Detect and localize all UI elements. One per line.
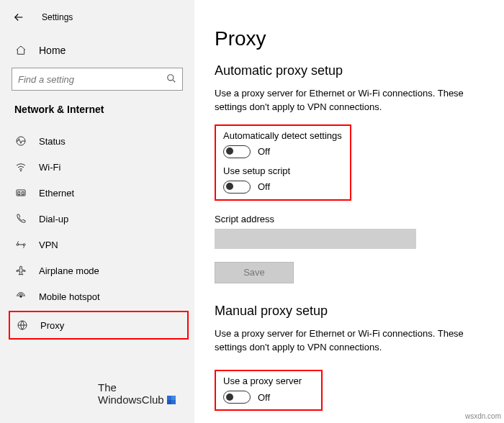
svg-point-0 bbox=[168, 74, 174, 80]
watermark-line1: The bbox=[98, 382, 176, 394]
sidebar-item-proxy[interactable]: Proxy bbox=[9, 311, 189, 340]
sidebar-item-airplane[interactable]: Airplane mode bbox=[0, 258, 194, 283]
search-input[interactable] bbox=[18, 74, 166, 85]
auto-section-title: Automatic proxy setup bbox=[215, 63, 504, 78]
category-title: Network & Internet bbox=[0, 104, 194, 128]
save-button: Save bbox=[215, 262, 294, 283]
sidebar-item-label: VPN bbox=[39, 240, 58, 250]
script-toggle[interactable] bbox=[223, 181, 251, 194]
script-state: Off bbox=[258, 181, 270, 192]
search-box[interactable] bbox=[12, 68, 183, 91]
globe-icon bbox=[16, 319, 29, 331]
search-icon bbox=[166, 73, 176, 86]
page-title: Proxy bbox=[215, 27, 504, 50]
attribution: wsxdn.com bbox=[465, 412, 501, 420]
sidebar-item-dialup[interactable]: Dial-up bbox=[0, 206, 194, 232]
svg-point-2 bbox=[20, 170, 21, 171]
sidebar-item-label: Wi-Fi bbox=[39, 162, 60, 173]
search-container bbox=[12, 68, 183, 91]
script-block: Use setup script Off bbox=[223, 165, 343, 194]
airplane-icon bbox=[14, 265, 27, 276]
dialup-icon bbox=[14, 213, 27, 224]
home-label: Home bbox=[39, 45, 66, 56]
script-label: Use setup script bbox=[223, 165, 343, 176]
auto-help-text: Use a proxy server for Ethernet or Wi-Fi… bbox=[215, 87, 488, 114]
sidebar-item-status[interactable]: Status bbox=[0, 128, 194, 154]
watermark: The WindowsClub bbox=[98, 382, 176, 406]
manual-toggle-group: Use a proxy server Off bbox=[215, 370, 323, 411]
vpn-icon bbox=[14, 239, 27, 250]
sidebar-item-label: Airplane mode bbox=[39, 265, 99, 276]
nav-list: Status Wi-Fi Ethernet Dial-up VPN Airpla… bbox=[0, 128, 194, 341]
svg-rect-5 bbox=[22, 192, 24, 195]
use-proxy-toggle[interactable] bbox=[223, 391, 251, 404]
script-address-input bbox=[215, 229, 416, 249]
use-proxy-label: Use a proxy server bbox=[223, 376, 314, 386]
sidebar-item-label: Proxy bbox=[40, 320, 64, 331]
sidebar-item-ethernet[interactable]: Ethernet bbox=[0, 180, 194, 206]
svg-rect-4 bbox=[18, 192, 20, 195]
back-button[interactable] bbox=[9, 7, 29, 27]
script-address-label: Script address bbox=[215, 214, 504, 224]
sidebar-item-label: Ethernet bbox=[39, 188, 74, 199]
sidebar-item-wifi[interactable]: Wi-Fi bbox=[0, 154, 194, 180]
detect-settings-block: Automatically detect settings Off bbox=[223, 130, 343, 158]
sidebar-item-label: Dial-up bbox=[39, 214, 68, 224]
ethernet-icon bbox=[14, 187, 27, 199]
svg-point-8 bbox=[20, 296, 22, 298]
watermark-line2: WindowsClub bbox=[98, 394, 164, 406]
auto-toggle-group: Automatically detect settings Off Use se… bbox=[215, 124, 351, 201]
use-proxy-block: Use a proxy server Off bbox=[223, 376, 314, 404]
detect-label: Automatically detect settings bbox=[223, 130, 343, 141]
script-address-block: Script address bbox=[215, 214, 504, 249]
sidebar-item-label: Mobile hotspot bbox=[39, 291, 100, 302]
windows-logo-icon bbox=[167, 396, 176, 404]
wifi-icon bbox=[14, 161, 27, 173]
manual-section-title: Manual proxy setup bbox=[215, 304, 504, 319]
content-pane: Proxy Automatic proxy setup Use a proxy … bbox=[194, 0, 504, 423]
sidebar-item-hotspot[interactable]: Mobile hotspot bbox=[0, 283, 194, 309]
status-icon bbox=[14, 135, 27, 147]
sidebar-item-vpn[interactable]: VPN bbox=[0, 232, 194, 258]
window-title: Settings bbox=[42, 12, 73, 22]
manual-help-text: Use a proxy server for Ethernet or Wi-Fi… bbox=[215, 327, 488, 355]
hotspot-icon bbox=[14, 291, 27, 302]
home-button[interactable]: Home bbox=[0, 39, 194, 62]
window-header: Settings bbox=[0, 4, 194, 35]
use-proxy-state: Off bbox=[258, 392, 270, 403]
home-icon bbox=[14, 45, 27, 56]
detect-toggle[interactable] bbox=[223, 145, 251, 158]
sidebar-item-label: Status bbox=[39, 136, 66, 147]
sidebar: Settings Home Network & Internet Status bbox=[0, 0, 194, 423]
detect-state: Off bbox=[258, 146, 270, 157]
